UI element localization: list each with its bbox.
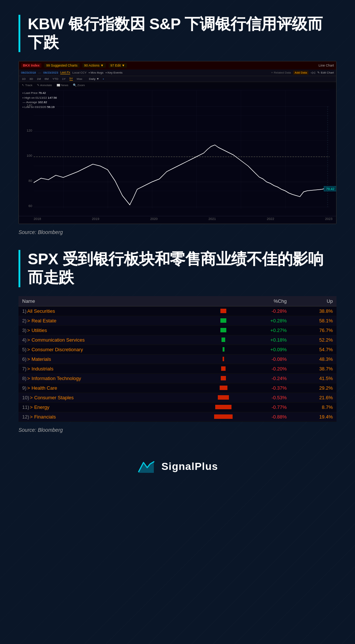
avg-value: 102.82: [38, 101, 47, 104]
row-pct-cell: +0.28%: [238, 316, 290, 325]
row-up-cell: 58.1%: [290, 316, 337, 325]
row-bar-cell: [209, 335, 238, 345]
svg-text:100: 100: [27, 154, 32, 157]
row-name-cell: 1)All Securities: [18, 306, 172, 316]
chart-period-bar: 1D 3D 1M 6M YTD 1Y 5Y Max Daily ▼ ▪: [19, 76, 336, 82]
row-up-cell: 29.2%: [290, 383, 337, 393]
signalplus-logo-icon: [137, 459, 155, 474]
table-row: 8)>Information Technology-0.24%41.5%: [18, 373, 337, 383]
table-row: 4)>Communication Services+0.18%52.2%: [18, 335, 337, 345]
row-bar-cell: [209, 373, 238, 383]
section1-title: KBW 银行指数因 S&P 下调银行信用评级而下跌: [28, 15, 337, 52]
table-row: 3)>Utilities+0.27%76.7%: [18, 325, 337, 335]
table-row: 7)>Industrials-0.20%38.7%: [18, 364, 337, 373]
last-price-value: 79.42: [38, 91, 46, 95]
table-header-row: Name %Chg Up: [18, 296, 337, 306]
section2-title: SPX 受到银行板块和零售商业绩不佳的影响而走跌: [28, 250, 337, 287]
chart-suggested: 99 Suggested Charts: [44, 63, 80, 68]
svg-text:60: 60: [28, 204, 32, 208]
row-name-cell: 5)>Consumer Discretionary: [18, 345, 172, 354]
col-header-up: Up: [290, 296, 337, 306]
row-pct-cell: -0.88%: [238, 412, 290, 421]
low-value: 56.19: [47, 105, 54, 109]
row-up-cell: 76.7%: [290, 325, 337, 335]
chart-toolbar: BKX Index 99 Suggested Charts 90 Actions…: [19, 61, 336, 70]
row-name-cell: 7)>Industrials: [18, 364, 172, 373]
row-pct-cell: -0.28%: [238, 306, 290, 316]
table-row: 10)>Consumer Staples-0.53%21.6%: [18, 393, 337, 402]
footer: SignalPlus: [18, 451, 337, 482]
section1-source: Source: Bloomberg: [18, 229, 337, 235]
table-row: 11)>Energy-0.77%8.7%: [18, 402, 337, 412]
row-name-cell: 3)>Utilities: [18, 325, 172, 335]
chart-subbar: 08/23/2018 — 08/23/2023 Last Px Local CC…: [19, 70, 336, 76]
row-pct-cell: +0.27%: [238, 325, 290, 335]
row-bar-cell: [209, 402, 238, 412]
low-label: Low on 03/23/20: [24, 105, 46, 109]
svg-text:79.42: 79.42: [326, 187, 335, 191]
chart-actions: 90 Actions ▼: [82, 63, 106, 68]
row-pct-cell: -0.24%: [238, 373, 290, 383]
row-pct-cell: -0.53%: [238, 393, 290, 402]
row-up-cell: 52.2%: [290, 335, 337, 345]
col-header-name: Name: [18, 296, 172, 306]
row-name-cell: 8)>Information Technology: [18, 373, 172, 383]
row-name-cell: 2)>Real Estate: [18, 316, 172, 325]
high-value: 147.56: [48, 96, 57, 99]
row-up-cell: 8.7%: [290, 402, 337, 412]
chart-year-labels: 2018 2019 2020 2021 2022 2023: [19, 216, 336, 222]
row-bar-cell: [209, 412, 238, 421]
row-name-cell: 9)>Health Care: [18, 383, 172, 393]
chart-type-label: Line Chart: [318, 64, 334, 67]
row-bar-cell: [209, 306, 238, 316]
chart-svg-wrapper: ▪ Last Price 79.42 ▪ High on 01/13/22 14…: [19, 89, 336, 224]
chart-actions-bar: ↖ Track ✎ Annotate 📰 News 🔍 Zoom: [19, 82, 336, 89]
row-pct-cell: -0.08%: [238, 354, 290, 364]
table-row: 6)>Materials-0.08%48.3%: [18, 354, 337, 364]
col-header-pct: %Chg: [238, 296, 290, 306]
footer-brand-name: SignalPlus: [161, 461, 218, 472]
row-name-cell: 12)>Financials: [18, 412, 172, 421]
row-bar-cell: [209, 393, 238, 402]
row-up-cell: 41.5%: [290, 373, 337, 383]
row-bar-cell: [209, 325, 238, 335]
table-row: 12)>Financials-0.88%19.4%: [18, 412, 337, 421]
table-row: 9)>Health Care-0.37%29.2%: [18, 383, 337, 393]
chart-legend: ▪ Last Price 79.42 ▪ High on 01/13/22 14…: [23, 91, 57, 110]
chart-edit: 97 Edit ▼: [109, 63, 127, 68]
chart-index-label: BKX Index: [21, 63, 41, 68]
row-up-cell: 48.3%: [290, 354, 337, 364]
section2-source: Source: Bloomberg: [18, 427, 337, 433]
row-name-cell: 6)>Materials: [18, 354, 172, 364]
section1-title-block: KBW 银行指数因 S&P 下调银行信用评级而下跌: [18, 15, 337, 52]
avg-label: Average: [26, 101, 37, 104]
row-pct-cell: +0.09%: [238, 345, 290, 354]
table-row: 5)>Consumer Discretionary+0.09%54.7%: [18, 345, 337, 354]
table-row: 1)All Securities-0.28%38.8%: [18, 306, 337, 316]
row-pct-cell: -0.37%: [238, 383, 290, 393]
row-bar-cell: [209, 364, 238, 373]
last-price-label: Last Price: [24, 91, 38, 95]
col-header-bar: [172, 296, 238, 306]
high-label: High on 01/13/22: [24, 96, 47, 99]
chart-last-px: Last Px: [60, 71, 70, 74]
row-bar-cell: [209, 316, 238, 325]
row-bar-cell: [209, 345, 238, 354]
price-chart-svg: 60 80 100 120 140 79.42: [19, 90, 337, 216]
chart-date-to: 08/23/2023: [43, 71, 58, 74]
section2: SPX 受到银行板块和零售商业绩不佳的影响而走跌 Name %Chg Up 1)…: [18, 250, 337, 433]
row-bar-cell: [209, 383, 238, 393]
row-up-cell: 21.6%: [290, 393, 337, 402]
row-up-cell: 19.4%: [290, 412, 337, 421]
section2-title-block: SPX 受到银行板块和零售商业绩不佳的影响而走跌: [18, 250, 337, 287]
spx-table: Name %Chg Up 1)All Securities-0.28%38.8%…: [18, 296, 337, 422]
row-up-cell: 54.7%: [290, 345, 337, 354]
chart-ccy: Local CCY: [72, 71, 87, 74]
svg-text:80: 80: [28, 179, 32, 183]
chart-date-from: 08/23/2018: [21, 71, 36, 74]
bloomberg-chart: BKX Index 99 Suggested Charts 90 Actions…: [18, 61, 337, 224]
row-pct-cell: -0.77%: [238, 402, 290, 412]
table-row: 2)>Real Estate+0.28%58.1%: [18, 316, 337, 325]
row-name-cell: 4)>Communication Services: [18, 335, 172, 345]
row-bar-cell: [209, 354, 238, 364]
